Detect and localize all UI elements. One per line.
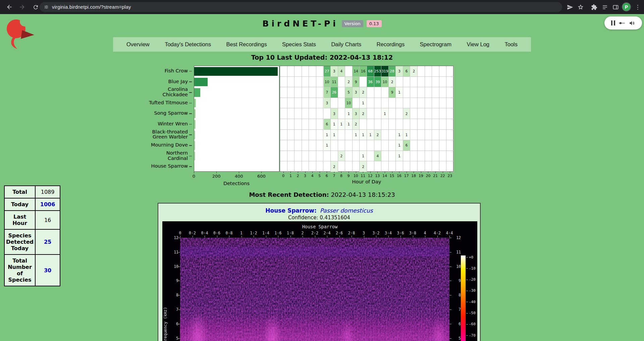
heatmap-cell: 1 xyxy=(331,119,338,130)
heatmap-cell xyxy=(309,140,316,151)
heatmap-cell xyxy=(381,130,389,140)
heatmap-cell: 1 xyxy=(403,130,411,140)
list-icon xyxy=(602,4,608,10)
forward-button[interactable] xyxy=(17,2,27,12)
site-info-icon[interactable] xyxy=(44,4,49,10)
heatmap-cell xyxy=(396,108,403,119)
profile-avatar[interactable]: P xyxy=(622,2,631,11)
pause-icon[interactable] xyxy=(611,20,615,25)
heatmap-cell xyxy=(338,140,345,151)
x-tick xyxy=(407,172,407,173)
nav-item-todays-detections[interactable]: Today's Detections xyxy=(165,41,211,48)
send-button[interactable] xyxy=(566,3,574,11)
heatmap-cell xyxy=(425,119,432,130)
heatmap-cell: 2 xyxy=(403,108,411,119)
nav-item-recordings[interactable]: Recordings xyxy=(377,41,405,48)
heatmap-cell xyxy=(287,66,295,77)
x-tick xyxy=(298,172,298,173)
side-panel-button[interactable] xyxy=(611,3,620,11)
heatmap-cell: 10 xyxy=(345,98,353,109)
heatmap-cell xyxy=(302,140,309,151)
heatmap-cell xyxy=(446,119,454,130)
heatmap-cell xyxy=(418,77,425,88)
heatmap-cell xyxy=(446,130,454,140)
heatmap-cell xyxy=(403,98,411,109)
nav-item-spectrogram[interactable]: Spectrogram xyxy=(420,41,451,48)
heatmap-cell xyxy=(446,66,454,77)
send-icon xyxy=(567,4,573,10)
tick-mark xyxy=(193,236,193,237)
nav-item-daily-charts[interactable]: Daily Charts xyxy=(331,41,361,48)
heatmap-cell xyxy=(316,151,324,162)
bookmark-button[interactable] xyxy=(576,3,585,11)
nav-item-species-stats[interactable]: Species Stats xyxy=(282,41,316,48)
x-tick-label: 11 xyxy=(361,174,365,178)
stats-value-link[interactable]: 30 xyxy=(35,254,60,286)
x-tick xyxy=(414,172,414,173)
reload-button[interactable] xyxy=(31,2,40,12)
heatmap-cell xyxy=(316,161,324,172)
heatmap-cell xyxy=(294,66,302,77)
heatmap-cell: 4 xyxy=(374,151,382,162)
tick-mark xyxy=(290,236,291,237)
species-label: Winter Wren xyxy=(146,119,188,129)
heatmap-cell: 1 xyxy=(331,130,338,140)
heatmap-cell xyxy=(418,108,425,119)
tick-mark xyxy=(466,268,468,269)
url-bar[interactable]: virginia.birdnetpi.com/?stream=play xyxy=(40,2,562,12)
heatmap-cell xyxy=(287,77,295,88)
heatmap-cell xyxy=(367,161,374,172)
spectrogram-blob xyxy=(263,314,282,341)
top10-heading: Top 10 Last Updated: 2022-04-13 18:12 xyxy=(0,54,644,61)
x-tick xyxy=(443,172,443,173)
bar xyxy=(194,78,208,87)
nav-bar: Overview Today's Detections Best Recordi… xyxy=(113,37,531,52)
audio-player[interactable] xyxy=(604,16,642,30)
heatmap-cell xyxy=(446,151,454,162)
reading-list-button[interactable] xyxy=(600,3,609,11)
x-tick-label: 0 xyxy=(282,174,284,178)
spectrogram-blob xyxy=(187,310,208,341)
nav-item-view-log[interactable]: View Log xyxy=(467,41,489,48)
heatmap-cell: 3 xyxy=(331,108,338,119)
spectrogram-blob xyxy=(340,318,355,341)
x-tick-label: 2 xyxy=(297,174,299,178)
spectrogram-y-tick: 12 xyxy=(451,235,461,240)
heatmap-cell xyxy=(345,161,353,172)
heatmap-cell xyxy=(316,130,324,140)
nav-item-overview[interactable]: Overview xyxy=(126,41,150,48)
heatmap-cell xyxy=(425,151,432,162)
heatmap-cell xyxy=(411,119,418,130)
back-button[interactable] xyxy=(5,2,14,12)
heatmap-cell: 319 xyxy=(381,66,389,77)
bar xyxy=(194,152,195,161)
tick-mark xyxy=(449,309,451,310)
heatmap-cell xyxy=(302,161,309,172)
y-tick xyxy=(189,113,192,114)
menu-button[interactable]: ⋮ xyxy=(633,3,642,11)
tick-mark xyxy=(339,236,340,237)
species-label: Blue Jay xyxy=(146,76,188,87)
heatmap-cell xyxy=(374,87,382,98)
y-tick xyxy=(189,145,192,146)
y-tick xyxy=(189,134,192,135)
heatmap-cell xyxy=(280,66,287,77)
nav-item-tools[interactable]: Tools xyxy=(504,41,518,48)
x-tick-label: 9 xyxy=(347,174,350,178)
nav-item-best-recordings[interactable]: Best Recordings xyxy=(226,41,267,48)
stats-value-link[interactable]: 1006 xyxy=(35,198,60,211)
colorbar-tick-label: -70 xyxy=(469,333,476,338)
spectrogram-image: House Sparrow Frequency (kHz) 00·20·40·6… xyxy=(162,221,477,341)
stats-value-link[interactable]: 25 xyxy=(35,229,60,254)
x-tick-label: 13 xyxy=(375,174,380,178)
tick-mark xyxy=(388,236,389,237)
seek-slider[interactable] xyxy=(619,21,625,25)
tick-mark xyxy=(303,236,303,237)
heatmap-cell xyxy=(360,77,367,88)
heatmap-cell: 2 xyxy=(389,77,396,88)
extensions-button[interactable] xyxy=(590,3,598,11)
spectrogram-y-tick: 12 xyxy=(168,235,178,240)
colorbar-tick-label: -40 xyxy=(469,300,476,304)
stats-label: Last Hour xyxy=(4,211,35,229)
volume-icon[interactable] xyxy=(629,20,635,26)
